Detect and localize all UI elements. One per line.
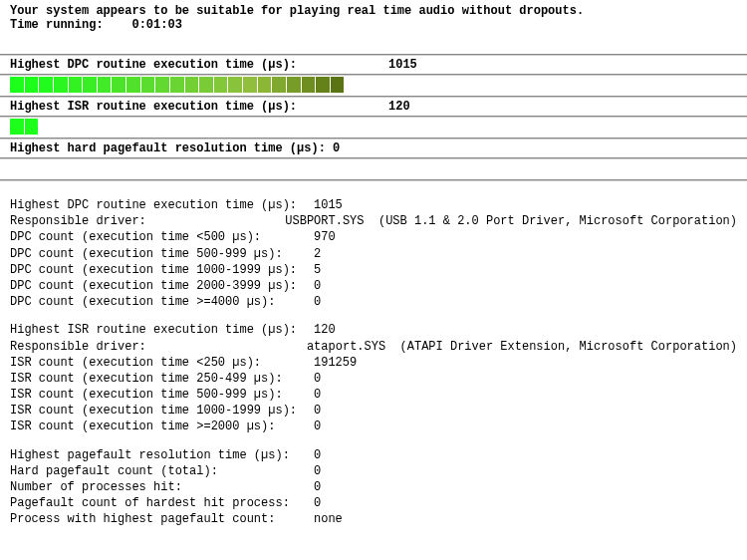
pagefault-row: Pagefault count of hardest hit process:0: [10, 495, 737, 511]
dpc-row: DPC count (execution time 2000-3999 µs):…: [10, 278, 737, 294]
progress-cell: [141, 119, 155, 135]
progress-cell: [680, 77, 694, 93]
progress-cell: [651, 77, 665, 93]
progress-cell: [98, 119, 112, 135]
progress-cell: [680, 119, 694, 135]
progress-cell: [199, 77, 213, 93]
progress-cell: [403, 119, 417, 135]
dpc-value: 1015: [314, 197, 737, 213]
progress-cell: [432, 160, 446, 176]
progress-cell: [636, 77, 650, 93]
pagefault-row: Process with highest pagefault count:non…: [10, 511, 737, 527]
pagefault-value: 0: [314, 447, 737, 463]
pagefault-row: Highest pagefault resolution time (µs):0: [10, 447, 737, 463]
progress-cell: [564, 77, 578, 93]
progress-cell: [461, 77, 475, 93]
progress-cell: [258, 119, 272, 135]
isr-header: Highest ISR routine execution time (µs):…: [0, 98, 747, 116]
progress-cell: [388, 77, 402, 93]
progress-cell: [316, 160, 330, 176]
progress-cell: [636, 160, 650, 176]
progress-cell: [651, 160, 665, 176]
dpc-row: DPC count (execution time 500-999 µs):2: [10, 246, 737, 262]
progress-cell: [54, 160, 68, 176]
isr-row: ISR count (execution time 500-999 µs):0: [10, 387, 737, 403]
progress-cell: [374, 160, 388, 176]
progress-cell: [155, 119, 169, 135]
dpc-header-value: 1015: [388, 58, 417, 72]
progress-cell: [243, 119, 257, 135]
progress-cell: [83, 119, 97, 135]
progress-cell: [112, 119, 125, 135]
progress-cell: [126, 119, 140, 135]
progress-cell: [418, 160, 432, 176]
pagefault-label: Highest pagefault resolution time (µs):: [10, 447, 314, 463]
dpc-progress-bar: [0, 76, 747, 96]
pagefault-value: 0: [314, 463, 737, 479]
progress-cell: [549, 160, 563, 176]
isr-row: ISR count (execution time <250 µs):19125…: [10, 355, 737, 371]
progress-cell: [10, 77, 24, 93]
progress-cell: [564, 160, 578, 176]
progress-cell: [680, 160, 694, 176]
progress-cell: [112, 77, 125, 93]
progress-cell: [476, 119, 490, 135]
progress-cell: [724, 160, 738, 176]
progress-cell: [98, 77, 112, 93]
details-section: Highest DPC routine execution time (µs):…: [0, 181, 747, 538]
progress-cell: [272, 160, 286, 176]
isr-label: ISR count (execution time <250 µs):: [10, 355, 314, 371]
time-running-row: Time running: 0:01:03: [10, 18, 737, 32]
progress-cell: [665, 119, 679, 135]
progress-cell: [608, 160, 622, 176]
progress-cell: [578, 77, 592, 93]
isr-header-label: Highest ISR routine execution time (µs):: [10, 100, 388, 114]
progress-cell: [214, 119, 228, 135]
progress-cell: [185, 160, 199, 176]
progress-cell: [199, 119, 213, 135]
progress-cell: [432, 77, 446, 93]
dpc-label: DPC count (execution time 1000-1999 µs):: [10, 262, 314, 278]
progress-cell: [461, 160, 475, 176]
progress-cell: [83, 77, 97, 93]
progress-cell: [258, 77, 272, 93]
isr-row: Highest ISR routine execution time (µs):…: [10, 322, 737, 338]
dpc-header-label: Highest DPC routine execution time (µs):: [10, 58, 388, 72]
progress-cell: [141, 160, 155, 176]
isr-label: ISR count (execution time 1000-1999 µs):: [10, 403, 314, 419]
isr-value: 191259: [314, 355, 737, 371]
progress-cell: [345, 77, 359, 93]
progress-cell: [98, 160, 112, 176]
progress-cell: [709, 119, 723, 135]
progress-cell: [39, 119, 53, 135]
progress-cell: [287, 160, 301, 176]
progress-cell: [505, 160, 519, 176]
pagefault-value: none: [314, 511, 737, 527]
progress-cell: [418, 119, 432, 135]
progress-cell: [549, 119, 563, 135]
progress-cell: [287, 119, 301, 135]
progress-cell: [69, 77, 83, 93]
progress-cell: [360, 160, 374, 176]
progress-cell: [185, 77, 199, 93]
dpc-value: 0: [314, 294, 737, 310]
dpc-value: 0: [314, 278, 737, 294]
progress-cell: [39, 77, 53, 93]
progress-cell: [10, 119, 24, 135]
pagefault-progress-bar: [0, 159, 747, 179]
pagefault-label: Number of processes hit:: [10, 479, 314, 495]
progress-cell: [608, 77, 622, 93]
progress-cell: [10, 160, 24, 176]
progress-cell: [593, 77, 607, 93]
progress-cell: [170, 77, 184, 93]
progress-cell: [199, 160, 213, 176]
progress-cell: [243, 160, 257, 176]
progress-cell: [535, 119, 549, 135]
progress-cell: [636, 119, 650, 135]
isr-value: 0: [314, 403, 737, 419]
progress-cell: [374, 119, 388, 135]
progress-cell: [622, 119, 635, 135]
isr-value: 0: [314, 419, 737, 434]
progress-cell: [272, 77, 286, 93]
progress-cell: [403, 160, 417, 176]
